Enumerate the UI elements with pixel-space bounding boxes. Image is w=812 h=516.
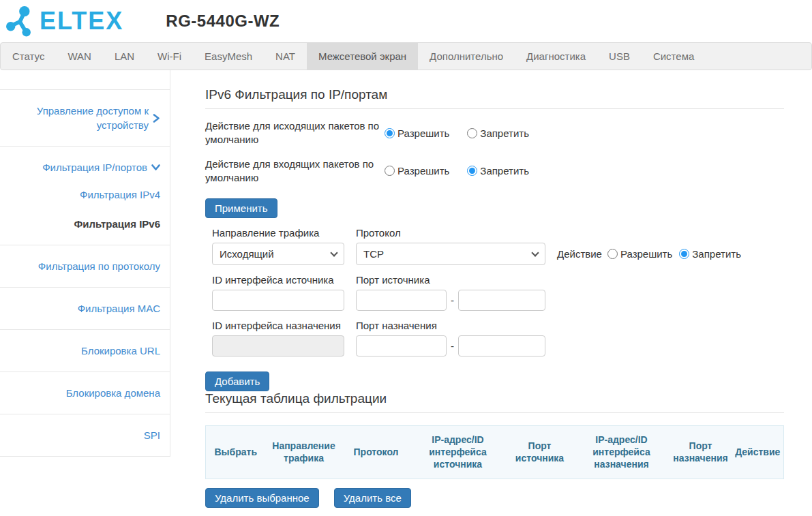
- tab-lan[interactable]: LAN: [103, 43, 146, 70]
- tab-firewall[interactable]: Межсетевой экран: [307, 43, 418, 70]
- tab-easymesh[interactable]: EasyMesh: [193, 43, 264, 70]
- dst-interface-label: ID интерфейса назначения: [212, 320, 356, 331]
- dst-interface-input: [212, 335, 344, 356]
- default-incoming-row: Действие для входящих пакетов по умолчан…: [205, 157, 784, 185]
- delete-all-button[interactable]: Удалить все: [334, 488, 411, 508]
- default-outgoing-deny-radio[interactable]: Запретить: [467, 127, 529, 139]
- sidebar-item-spi[interactable]: SPI: [0, 414, 170, 456]
- chevron-right-icon: [153, 114, 160, 123]
- page-title: IPv6 Фильтрация по IP/портам: [205, 87, 784, 109]
- protocol-label: Протокол: [356, 227, 401, 239]
- add-rule-form: Направление трафика Протокол Исходящий T…: [212, 227, 784, 356]
- filter-table: Выбрать Направление трафика Протокол IP-…: [205, 425, 784, 479]
- port-range-separator: -: [447, 340, 458, 352]
- default-outgoing-deny-input[interactable]: [467, 128, 477, 138]
- tab-nat[interactable]: NAT: [264, 43, 307, 70]
- default-outgoing-allow-input[interactable]: [385, 128, 395, 138]
- default-incoming-deny-radio[interactable]: Запретить: [467, 165, 529, 177]
- sidebar-item-domain-blocking[interactable]: Блокировка домена: [0, 372, 170, 414]
- col-src-address: IP-адрес/ID интерфейса источника: [410, 426, 506, 479]
- rule-action-allow-radio[interactable]: Разрешить: [607, 248, 672, 260]
- src-port-from-input[interactable]: [356, 290, 447, 311]
- tab-additional[interactable]: Дополнительно: [418, 43, 515, 70]
- table-header-row: Выбрать Направление трафика Протокол IP-…: [206, 426, 784, 479]
- direction-label: Направление трафика: [212, 227, 356, 239]
- protocol-select[interactable]: TCP: [356, 243, 545, 265]
- col-direction: Направление трафика: [266, 426, 342, 479]
- src-interface-input[interactable]: [212, 290, 344, 311]
- rule-action-deny-radio[interactable]: Запретить: [679, 248, 741, 260]
- tab-system[interactable]: Система: [642, 43, 706, 70]
- tab-diagnostics[interactable]: Диагностика: [515, 43, 597, 70]
- filter-table-title: Текущая таблица фильтрации: [205, 391, 784, 413]
- main-nav: Статус WAN LAN Wi-Fi EasyMesh NAT Межсет…: [0, 42, 812, 70]
- rule-action-deny-input[interactable]: [679, 249, 689, 259]
- delete-selected-button[interactable]: Удалить выбранное: [205, 488, 319, 508]
- col-dst-address: IP-адрес/ID интерфейса назначения: [574, 426, 670, 479]
- src-interface-label: ID интерфейса источника: [212, 274, 356, 286]
- col-src-port: Порт источника: [506, 426, 574, 479]
- add-button[interactable]: Добавить: [205, 371, 269, 391]
- col-action: Действие: [732, 426, 784, 479]
- default-incoming-allow-input[interactable]: [385, 166, 395, 176]
- chevron-down-icon: [151, 164, 160, 171]
- app-header: ELTEX RG-5440G-WZ: [0, 0, 812, 42]
- dst-port-to-input[interactable]: [458, 335, 545, 356]
- sidebar-item-access-control[interactable]: Управление доступом к устройству: [0, 90, 170, 146]
- device-model-title: RG-5440G-WZ: [166, 12, 280, 31]
- sidebar-item-protocol-filtering[interactable]: Фильтрация по протоколу: [0, 245, 170, 287]
- action-label: Действие: [557, 248, 602, 260]
- sidebar-item-ip-port-filtering[interactable]: Фильтрация IP/портов: [0, 147, 170, 180]
- src-port-label: Порт источника: [356, 274, 430, 286]
- sidebar-item-ipv6-filtering[interactable]: Фильтрация IPv6: [0, 209, 170, 245]
- direction-select[interactable]: Исходящий: [212, 243, 344, 265]
- sidebar-item-ipv4-filtering[interactable]: Фильтрация IPv4: [0, 180, 170, 209]
- src-port-to-input[interactable]: [458, 290, 545, 311]
- default-outgoing-label: Действие для исходящих пакетов по умолча…: [205, 119, 385, 147]
- brand-name: ELTEX: [40, 9, 123, 33]
- dst-port-from-input[interactable]: [356, 335, 447, 356]
- sidebar-item-mac-filtering[interactable]: Фильтрация MAC: [0, 288, 170, 329]
- col-select: Выбрать: [206, 426, 266, 479]
- col-dst-port: Порт назначения: [670, 426, 732, 479]
- sidebar-item-url-blocking[interactable]: Блокировка URL: [0, 330, 170, 371]
- dst-port-label: Порт назначения: [356, 320, 437, 331]
- default-incoming-allow-radio[interactable]: Разрешить: [385, 165, 449, 177]
- rule-action-allow-input[interactable]: [607, 249, 618, 259]
- tab-wan[interactable]: WAN: [56, 43, 102, 70]
- tab-wifi[interactable]: Wi-Fi: [146, 43, 193, 70]
- sidebar: Управление доступом к устройству Фильтра…: [0, 70, 170, 457]
- brand-logo: ELTEX: [5, 5, 123, 37]
- main-content: IPv6 Фильтрация по IP/портам Действие дл…: [170, 70, 812, 508]
- default-incoming-deny-input[interactable]: [467, 166, 477, 176]
- port-range-separator: -: [447, 294, 458, 306]
- logo-icon: [5, 5, 38, 37]
- col-protocol: Протокол: [342, 426, 410, 479]
- apply-button[interactable]: Применить: [205, 198, 277, 218]
- default-outgoing-allow-radio[interactable]: Разрешить: [385, 127, 449, 139]
- tab-status[interactable]: Статус: [1, 43, 56, 70]
- tab-usb[interactable]: USB: [597, 43, 642, 70]
- default-incoming-label: Действие для входящих пакетов по умолчан…: [205, 157, 385, 185]
- default-outgoing-row: Действие для исходящих пакетов по умолча…: [205, 119, 784, 147]
